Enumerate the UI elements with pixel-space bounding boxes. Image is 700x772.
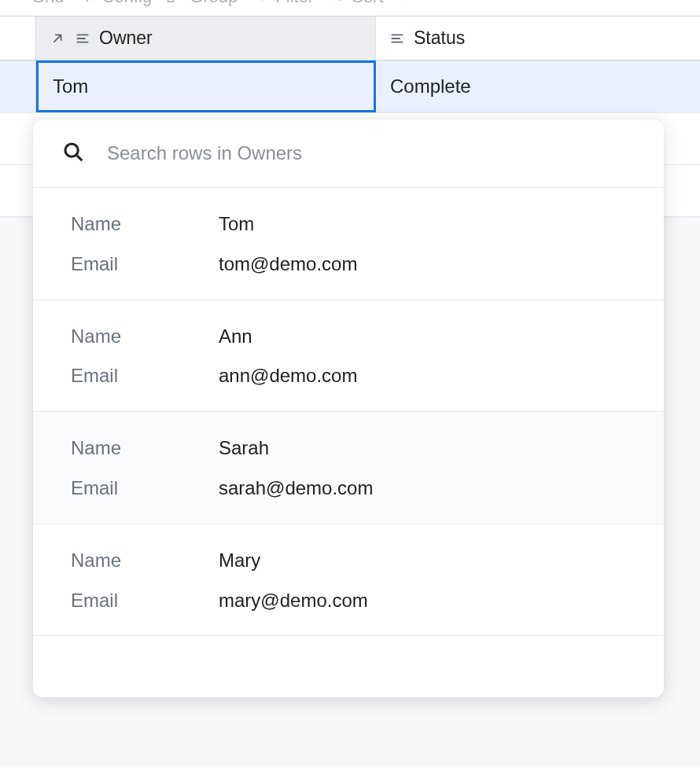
field-value-name: Tom (219, 213, 254, 236)
lookup-search-input[interactable] (107, 142, 636, 164)
toolbar-sort[interactable]: Sort (328, 0, 383, 8)
toolbar-group-label: Group (190, 0, 238, 7)
toolbar-group[interactable]: Group (166, 0, 238, 8)
field-value-name: Sarah (219, 437, 269, 460)
lookup-option[interactable]: Name Sarah Email sarah@demo.com (33, 412, 664, 524)
cell-owner-value: Tom (53, 75, 88, 97)
filter-icon (252, 0, 269, 8)
cell-owner[interactable]: Tom (36, 61, 376, 112)
search-icon (61, 140, 85, 167)
field-label-email: Email (71, 477, 219, 500)
svg-rect-3 (168, 0, 173, 2)
top-toolbar: Grid Config Group Filter Sort (0, 0, 700, 16)
toolbar-grid-label: Grid (31, 0, 64, 7)
field-label-email: Email (71, 365, 219, 388)
gear-icon (79, 0, 96, 8)
field-label-email: Email (71, 590, 219, 612)
link-arrow-icon (49, 30, 66, 47)
field-value-email: ann@demo.com (219, 365, 357, 388)
owner-lookup-dropdown: Name Tom Email tom@demo.com Name Ann Ema… (33, 119, 664, 697)
toolbar-sort-label: Sort (352, 0, 383, 7)
group-icon (166, 0, 183, 8)
field-label-name: Name (71, 213, 219, 236)
lookup-footer-space (33, 636, 664, 697)
field-value-name: Mary (219, 550, 260, 572)
sort-icon (328, 0, 345, 8)
toolbar-filter-label: Filter (275, 0, 314, 7)
lookup-search-row (33, 119, 664, 188)
field-label-name: Name (71, 550, 219, 572)
row-number-header (0, 17, 36, 61)
field-value-name: Ann (219, 325, 252, 348)
lookup-option[interactable]: Name Tom Email tom@demo.com (33, 188, 664, 300)
column-owner-label: Owner (99, 28, 153, 49)
table-row[interactable]: Tom Complete (0, 61, 700, 112)
lookup-option[interactable]: Name Mary Email mary@demo.com (33, 524, 664, 637)
arrow-up-icon (398, 0, 415, 8)
list-icon (8, 0, 25, 8)
cell-status-value: Complete (390, 75, 471, 97)
field-label-name: Name (71, 437, 219, 460)
row-number-cell (0, 61, 36, 112)
toolbar-filter[interactable]: Filter (252, 0, 314, 8)
cell-status[interactable]: Complete (376, 61, 700, 112)
grid-header-row: Owner Status (0, 17, 700, 61)
field-value-email: sarah@demo.com (219, 477, 373, 500)
text-lines-icon (389, 30, 406, 47)
svg-point-4 (65, 144, 78, 156)
field-value-email: tom@demo.com (219, 253, 357, 276)
column-header-owner[interactable]: Owner (36, 17, 376, 61)
column-status-label: Status (414, 28, 465, 49)
text-lines-icon (74, 30, 91, 47)
lookup-option[interactable]: Name Ann Email ann@demo.com (33, 300, 664, 413)
field-label-name: Name (71, 325, 219, 348)
toolbar-config[interactable]: Config (79, 0, 153, 8)
toolbar-more[interactable] (398, 0, 415, 8)
toolbar-config-label: Config (102, 0, 153, 7)
field-value-email: mary@demo.com (219, 590, 368, 612)
toolbar-grid[interactable]: Grid (8, 0, 64, 8)
column-header-status[interactable]: Status (376, 17, 700, 61)
field-label-email: Email (71, 253, 219, 276)
